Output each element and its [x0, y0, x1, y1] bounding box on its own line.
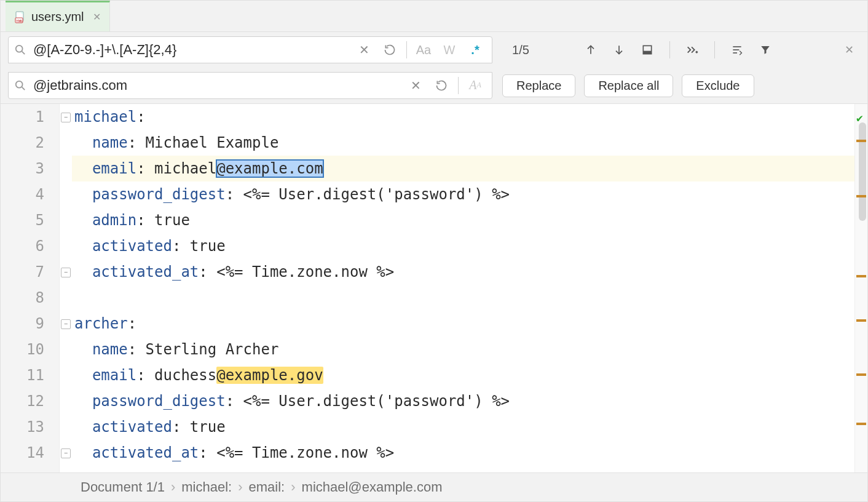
code-line: activated_at: <%= Time.zone.now %>	[72, 440, 854, 466]
line-number: 8	[1, 285, 44, 311]
code-line: activated: true	[72, 233, 854, 259]
fold-toggle[interactable]: −	[61, 113, 71, 122]
tab-close-icon[interactable]: ✕	[93, 11, 101, 23]
replace-icon	[15, 80, 26, 91]
prev-match-icon[interactable]	[581, 40, 601, 60]
add-selection-icon[interactable]	[682, 40, 702, 60]
line-number: 10	[1, 337, 44, 362]
tab-filename: users.yml	[31, 10, 84, 24]
replace-clear-icon[interactable]: ✕	[403, 73, 428, 98]
code-line: name: Michael Example	[72, 130, 854, 156]
code-line	[72, 285, 854, 311]
select-all-occurrences-icon[interactable]	[637, 40, 657, 60]
breadcrumb-part[interactable]: email:	[249, 479, 285, 495]
tab-bar: YML users.yml ✕	[1, 1, 867, 32]
whole-words-toggle[interactable]: W	[436, 37, 462, 63]
close-panel-icon[interactable]: ✕	[845, 43, 854, 57]
regex-toggle[interactable]: .*	[462, 37, 488, 63]
match-marker[interactable]	[856, 195, 866, 197]
match-marker[interactable]	[856, 319, 866, 322]
match-marker[interactable]	[856, 140, 866, 142]
next-match-icon[interactable]	[609, 40, 629, 60]
search-clear-icon[interactable]: ✕	[351, 37, 377, 63]
fold-toggle[interactable]: −	[61, 448, 71, 458]
code-line: activated: true	[72, 414, 854, 440]
breadcrumb-doc[interactable]: Document 1/1	[81, 479, 165, 495]
line-number: 6	[1, 233, 44, 259]
line-number: 12	[1, 388, 44, 414]
scrollbar-thumb[interactable]	[859, 122, 866, 221]
breadcrumb-sep: ›	[238, 479, 242, 495]
code-line: name: Sterling Archer	[72, 337, 854, 362]
breadcrumb-sep: ›	[171, 479, 175, 495]
code-line: email: duchess@example.gov	[72, 362, 854, 388]
code-line: email: michael@example.com	[72, 156, 854, 181]
replace-button[interactable]: Replace	[502, 74, 575, 97]
breadcrumb-bar: Document 1/1 › michael: › email: › micha…	[1, 472, 867, 501]
svg-line-16	[22, 87, 25, 90]
line-number: 7	[1, 259, 44, 285]
line-number: 3	[1, 156, 44, 181]
match-case-toggle[interactable]: Aa	[411, 37, 436, 63]
breadcrumb-sep: ›	[291, 479, 295, 495]
code-line: password_digest: <%= User.digest('passwo…	[72, 388, 854, 414]
yml-file-icon: YML	[14, 11, 26, 23]
line-number-gutter: 1234567891011121314	[1, 104, 60, 472]
code-area[interactable]: michael: name: Michael Example email: mi…	[72, 104, 854, 472]
file-tab[interactable]: YML users.yml ✕	[6, 1, 110, 31]
svg-rect-9	[643, 51, 651, 54]
breadcrumb-part[interactable]: michael:	[181, 479, 232, 495]
line-number: 14	[1, 440, 44, 466]
toggle-filter-lines-icon[interactable]	[727, 40, 747, 60]
line-number: 9	[1, 311, 44, 337]
svg-point-15	[16, 81, 23, 87]
search-input-wrap: ✕ Aa W .*	[8, 36, 492, 63]
match-marker[interactable]	[856, 423, 866, 425]
svg-text:YML: YML	[16, 18, 23, 22]
line-number: 13	[1, 414, 44, 440]
find-replace-panel: ✕ Aa W .* 1/5 ✕	[1, 32, 867, 104]
preserve-case-toggle[interactable]: AA	[462, 73, 488, 98]
line-number: 5	[1, 207, 44, 233]
code-line: activated_at: <%= Time.zone.now %>	[72, 259, 854, 285]
code-line: admin: true	[72, 207, 854, 233]
svg-point-4	[16, 46, 23, 52]
breadcrumb-part[interactable]: michael@example.com	[302, 479, 443, 495]
search-input[interactable]	[32, 41, 351, 58]
line-number: 11	[1, 362, 44, 388]
line-number: 1	[1, 104, 44, 130]
replace-history-icon[interactable]	[428, 73, 454, 98]
replace-input[interactable]	[32, 77, 403, 94]
replace-input-wrap: ✕ AA	[8, 72, 492, 99]
match-counter: 1/5	[502, 43, 539, 57]
exclude-button[interactable]: Exclude	[682, 74, 754, 97]
match-marker[interactable]	[856, 275, 866, 277]
search-icon	[15, 44, 26, 55]
search-history-icon[interactable]	[377, 37, 403, 63]
filter-icon[interactable]	[756, 40, 775, 60]
match-marker[interactable]	[856, 373, 866, 376]
code-line: password_digest: <%= User.digest('passwo…	[72, 181, 854, 207]
fold-toggle[interactable]: −	[61, 319, 71, 329]
fold-toggle[interactable]: −	[61, 268, 71, 277]
svg-line-5	[22, 52, 25, 55]
line-number: 2	[1, 130, 44, 156]
fold-column: −−−−	[60, 104, 72, 472]
code-line: archer:	[72, 311, 854, 337]
marker-stripe[interactable]: ✔	[854, 104, 867, 472]
replace-all-button[interactable]: Replace all	[584, 74, 673, 97]
code-editor[interactable]: 1234567891011121314 −−−− michael: name: …	[1, 104, 867, 472]
line-number: 4	[1, 181, 44, 207]
code-line: michael:	[72, 104, 854, 130]
